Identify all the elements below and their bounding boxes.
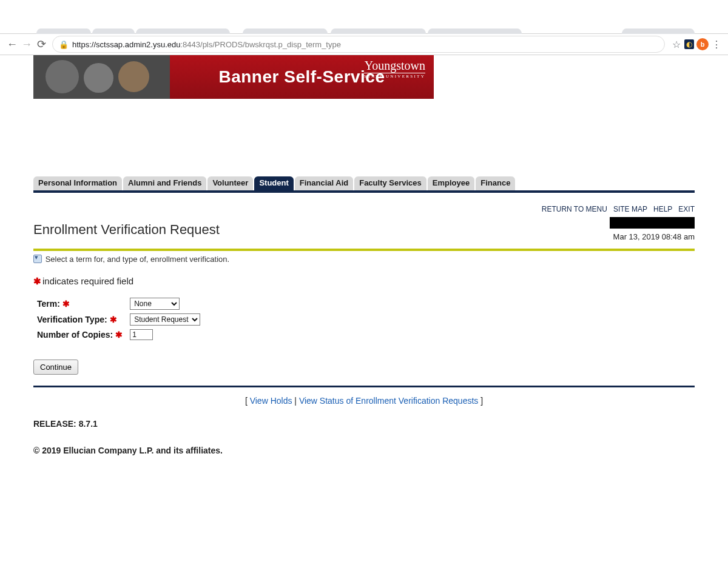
required-legend: ✱indicates required field — [33, 276, 695, 287]
address-input[interactable]: 🔒 https://sctssap.admin2.ysu.edu:8443/pl… — [52, 36, 665, 53]
divider-blue — [33, 386, 695, 387]
request-form: Term: ✱ None Verification Type: ✱ Studen… — [33, 295, 204, 343]
header-link-help[interactable]: HELP — [653, 205, 672, 213]
continue-button[interactable]: Continue — [33, 360, 78, 375]
user-name-redacted — [610, 217, 695, 229]
url-text: https://sctssap.admin2.ysu.edu:8443/pls/… — [72, 40, 341, 49]
tab-faculty-services[interactable]: Faculty Services — [354, 176, 426, 190]
bottom-links: [ View Holds | View Status of Enrollment… — [33, 396, 695, 406]
header-link-return-to-menu[interactable]: RETURN TO MENU — [542, 205, 607, 213]
tab-student[interactable]: Student — [254, 176, 293, 190]
star-icon[interactable]: ☆ — [670, 39, 683, 50]
tab-alumni-and-friends[interactable]: Alumni and Friends — [123, 176, 206, 190]
tab-financial-aid[interactable]: Financial Aid — [295, 176, 353, 190]
browser-tab[interactable] — [243, 28, 328, 34]
tab-employee[interactable]: Employee — [428, 176, 474, 190]
page-title: Enrollment Verification Request — [33, 222, 220, 238]
timestamp: Mar 13, 2019 08:48 am — [536, 232, 695, 241]
term-label: Term: ✱ — [35, 296, 126, 311]
profile-avatar[interactable]: b — [696, 38, 709, 50]
kebab-menu-icon[interactable]: ⋮ — [710, 39, 723, 50]
main-nav-tabs: Personal InformationAlumni and FriendsVo… — [33, 176, 695, 193]
extension-icon[interactable]: ◐ — [684, 39, 694, 49]
instruction-text: Select a term for, and type of, enrollme… — [33, 255, 695, 264]
tab-finance[interactable]: Finance — [476, 176, 515, 190]
tab-personal-information[interactable]: Personal Information — [33, 176, 122, 190]
release-version: RELEASE: 8.7.1 — [33, 419, 695, 429]
browser-tab[interactable] — [428, 28, 522, 34]
verification-type-label: Verification Type: ✱ — [35, 312, 126, 327]
forward-button[interactable]: → — [19, 38, 34, 51]
banner-org: Youngstown STATE UNIVERSITY — [347, 59, 425, 79]
browser-tab[interactable] — [92, 28, 135, 34]
copyright: © 2019 Ellucian Company L.P. and its aff… — [33, 446, 695, 455]
browser-tab[interactable] — [622, 28, 695, 34]
asterisk-icon: ✱ — [33, 276, 42, 286]
browser-tab[interactable] — [331, 28, 426, 34]
copies-label: Number of Copies: ✱ — [35, 328, 126, 341]
info-icon — [33, 255, 42, 263]
browser-tab[interactable] — [136, 28, 230, 34]
header-link-site-map[interactable]: SITE MAP — [613, 205, 647, 213]
view-status-link[interactable]: View Status of Enrollment Verification R… — [299, 396, 478, 406]
back-button[interactable]: ← — [5, 38, 19, 51]
browser-tab[interactable] — [36, 28, 91, 34]
banner-photo — [33, 55, 170, 99]
site-banner: Banner Self-Service Youngstown STATE UNI… — [33, 55, 434, 99]
reload-button[interactable]: ⟳ — [34, 38, 49, 51]
copies-input[interactable] — [130, 329, 153, 340]
divider-yellow — [33, 249, 695, 251]
view-holds-link[interactable]: View Holds — [250, 396, 292, 406]
header-link-exit[interactable]: EXIT — [678, 205, 695, 213]
browser-tabstrip — [0, 0, 728, 34]
tab-volunteer[interactable]: Volunteer — [207, 176, 253, 190]
header-links: RETURN TO MENUSITE MAPHELPEXIT — [536, 205, 695, 213]
lock-icon: 🔒 — [59, 40, 69, 49]
verification-type-select[interactable]: Student Request — [130, 313, 200, 326]
browser-address-bar: ← → ⟳ 🔒 https://sctssap.admin2.ysu.edu:8… — [0, 34, 728, 55]
term-select[interactable]: None — [130, 298, 180, 310]
